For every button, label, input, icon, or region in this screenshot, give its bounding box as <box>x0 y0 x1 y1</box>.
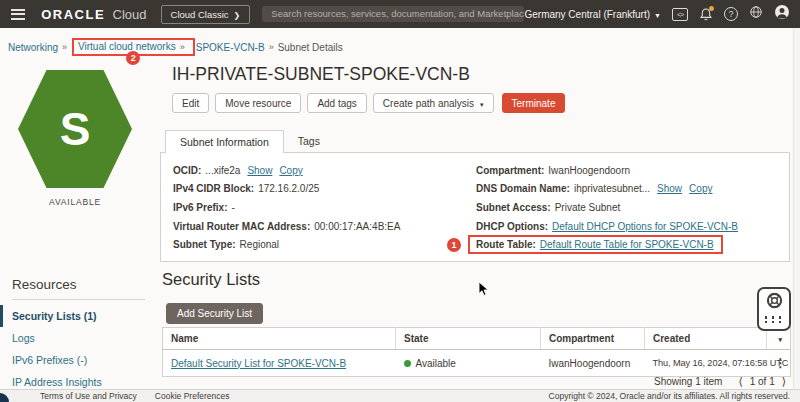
breadcrumb-item-spoke-vcn-b[interactable]: SPOKE-VCN-B <box>196 42 265 53</box>
show-link[interactable]: Show <box>657 183 682 194</box>
pagination-page-indicator: 1 of 1 <box>750 376 775 387</box>
field-label: Subnet Type: <box>173 239 236 250</box>
region-selector[interactable]: Germany Central (Frankfurt)▼ <box>524 9 661 20</box>
drag-dots-icon <box>765 316 784 323</box>
field-ipv4-cidr-block: IPv4 CIDR Block:172.16.2.0/25 <box>173 180 400 199</box>
terminate-button[interactable]: Terminate <box>502 93 566 113</box>
field-label: Route Table: <box>476 239 536 250</box>
mouse-cursor <box>478 281 490 301</box>
kebab-menu-icon[interactable]: ⋮ <box>775 356 783 370</box>
cloud-classic-label: Cloud Classic <box>171 9 229 20</box>
region-label: Germany Central (Frankfurt) <box>524 9 650 20</box>
brand-cloud: Cloud <box>113 7 147 22</box>
column-header-created[interactable]: Created <box>645 328 767 350</box>
field-subnet-type: Subnet Type:Regional <box>173 235 400 254</box>
field-label: IPv4 CIDR Block: <box>173 183 254 194</box>
language-globe-icon[interactable] <box>749 5 763 23</box>
resources-title: Resources <box>12 277 77 292</box>
user-avatar[interactable] <box>774 4 790 24</box>
field-value: IwanHoogendoorn <box>548 165 630 176</box>
field-compartment: Compartment:IwanHoogendoorn <box>476 161 738 180</box>
subnet-status-hexagon: S <box>18 70 132 188</box>
column-header-name[interactable]: Name <box>163 328 396 350</box>
copyright-text: Copyright © 2024, Oracle and/or its affi… <box>549 391 790 401</box>
divider <box>12 299 145 300</box>
oracle-cloud-logo[interactable]: ORACLE Cloud <box>41 5 146 23</box>
footer-link-terms-of-use-and-privacy[interactable]: Terms of Use and Privacy <box>40 391 137 401</box>
action-bar: EditMove resourceAdd tagsCreate path ana… <box>172 93 565 113</box>
tab-subnet-information[interactable]: Subnet Information <box>165 130 284 153</box>
column-header-compartment[interactable]: Compartment <box>541 328 645 350</box>
cell-name: Default Security List for SPOKE-VCN-B <box>163 350 396 377</box>
breadcrumb-item-virtual-cloud-networks[interactable]: Virtual cloud networks <box>78 41 176 52</box>
topbar: ORACLE Cloud Cloud Classic❯ Search resou… <box>0 0 800 28</box>
show-link[interactable]: Show <box>247 165 272 176</box>
field-label: Virtual Router MAC Address: <box>173 221 310 232</box>
annotation-box-2: Virtual cloud networks»2 <box>72 38 195 56</box>
field-label: DHCP Options: <box>476 221 548 232</box>
field-label: IPv6 Prefix: <box>173 202 227 213</box>
field-label: Subnet Access: <box>476 202 551 213</box>
breadcrumb-item-networking[interactable]: Networking <box>8 42 58 53</box>
hamburger-menu-icon[interactable] <box>11 9 25 20</box>
field-dhcp-options: DHCP Options:Default DHCP Options for SP… <box>476 217 738 236</box>
field-subnet-access: Subnet Access:Private Subnet <box>476 198 738 217</box>
security-list-link[interactable]: Default Security List for SPOKE-VCN-B <box>171 358 346 369</box>
field-value: ihprivatesubnet... <box>574 183 650 194</box>
help-icon[interactable]: ? <box>724 7 738 21</box>
field-value: Private Subnet <box>555 202 621 213</box>
status-badge: AVAILABLE <box>0 197 150 207</box>
footer-link-cookie-preferences[interactable]: Cookie Preferences <box>155 391 230 401</box>
chevron-down-icon: ▼ <box>654 12 661 19</box>
support-launcher-widget[interactable] <box>757 287 791 331</box>
field-value: - <box>231 202 234 213</box>
column-header-state[interactable]: State <box>396 328 541 350</box>
field-route-table: Route Table:Default Route Table for SPOK… <box>476 235 738 254</box>
field-value: 172.16.2.0/25 <box>258 183 319 194</box>
state-label: Available <box>416 358 456 369</box>
pagination: Showing 1 item ⟨ 1 of 1 ⟩ <box>654 375 786 388</box>
footer: Terms of Use and PrivacyCookie Preferenc… <box>0 389 800 402</box>
scrollbar[interactable] <box>793 28 800 389</box>
add-security-list-button[interactable]: Add Security List <box>166 303 263 324</box>
annotation-badge-2: 2 <box>126 51 140 65</box>
cloud-shell-icon[interactable]: <> <box>672 8 688 21</box>
pagination-prev-icon[interactable]: ⟨ <box>738 375 742 388</box>
page-title: IH-PRIVATE-SUBNET-SPOKE-VCN-B <box>172 64 470 85</box>
field-virtual-router-mac-address: Virtual Router MAC Address:00:00:17:AA:4… <box>173 217 400 236</box>
sidebar-item-security-lists-1[interactable]: Security Lists (1) <box>0 305 152 327</box>
breadcrumb-separator: » <box>180 42 185 52</box>
move-resource-button[interactable]: Move resource <box>215 93 301 113</box>
annotation-box-1: Route Table:Default Route Table for SPOK… <box>468 235 723 254</box>
field-dns-domain-name: DNS Domain Name:ihprivatesubnet...ShowCo… <box>476 180 738 199</box>
field-ipv6-prefix: IPv6 Prefix:- <box>173 198 400 217</box>
life-ring-icon <box>766 292 783 313</box>
subnet-hex-letter: S <box>60 102 91 156</box>
notifications-bell-icon[interactable] <box>699 7 713 22</box>
search-input[interactable]: Search resources, services, documentatio… <box>262 6 524 22</box>
cell-compartment: IwanHoogendoorn <box>541 350 645 377</box>
security-lists-title: Security Lists <box>162 270 260 289</box>
copy-link[interactable]: Copy <box>689 183 712 194</box>
dhcp-options-link[interactable]: Default DHCP Options for SPOKE-VCN-B <box>552 221 738 232</box>
sort-caret-icon[interactable]: ▾ <box>778 336 782 344</box>
copy-link[interactable]: Copy <box>279 165 302 176</box>
field-ocid: OCID:...xife2aShowCopy <box>173 161 400 180</box>
sidebar-item-ipv6-prefixes[interactable]: IPv6 Prefixes (-) <box>0 349 152 371</box>
pagination-next-icon[interactable]: ⟩ <box>782 375 786 388</box>
breadcrumb-item-subnet-details: Subnet Details <box>278 42 343 53</box>
breadcrumb-separator: » <box>269 42 274 52</box>
add-tags-button[interactable]: Add tags <box>307 93 366 113</box>
sidebar-item-logs[interactable]: Logs <box>0 327 152 349</box>
brand-oracle: ORACLE <box>41 7 105 22</box>
table-row: Default Security List for SPOKE-VCN-BAva… <box>163 350 791 377</box>
cell-state: Available <box>396 350 541 377</box>
cloud-classic-button[interactable]: Cloud Classic❯ <box>161 5 251 24</box>
tab-tags[interactable]: Tags <box>284 130 334 153</box>
detail-tabs: Subnet InformationTags <box>165 130 334 153</box>
state-dot-icon <box>404 360 411 367</box>
create-path-analysis-button[interactable]: Create path analysis▾ <box>373 93 494 113</box>
edit-button[interactable]: Edit <box>172 93 209 113</box>
security-lists-table: NameStateCompartmentCreated▾Default Secu… <box>162 327 791 377</box>
route-table-link[interactable]: Default Route Table for SPOKE-VCN-B <box>540 239 714 250</box>
